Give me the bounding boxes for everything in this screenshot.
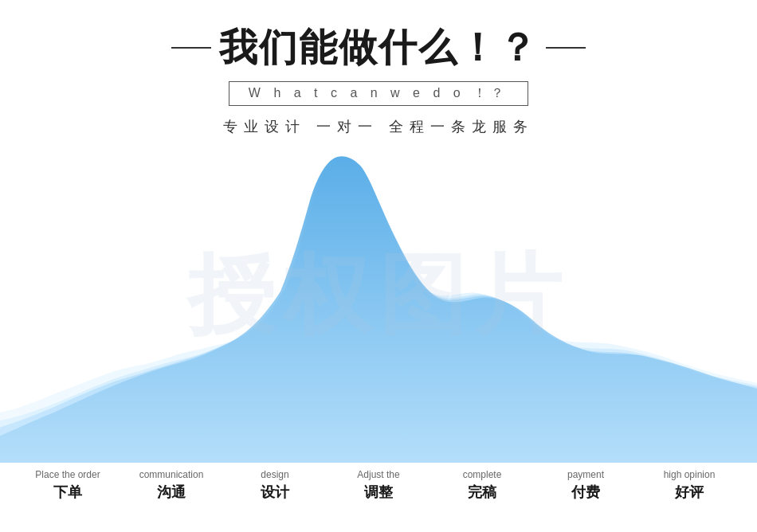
step-zh-5: 完稿 — [468, 483, 496, 502]
step-en-5: complete — [463, 469, 502, 480]
step-zh-3: 设计 — [261, 483, 289, 502]
main-title: 我们能做什么！？ — [219, 22, 538, 73]
header-section: 我们能做什么！？ W h a t c a n w e d o ！？ 专业设计 一… — [0, 0, 757, 136]
step-en-6: payment — [567, 469, 604, 480]
chart-area: 授权图片 — [0, 152, 757, 463]
step-2: communication沟通 — [127, 469, 215, 502]
description: 专业设计 一对一 全程一条龙服务 — [0, 117, 757, 136]
step-7: high opinion好评 — [645, 469, 733, 502]
step-en-1: Place the order — [35, 469, 100, 480]
step-zh-7: 好评 — [675, 483, 704, 502]
step-5: complete完稿 — [438, 469, 526, 502]
step-en-4: Adjust the — [357, 469, 399, 480]
subtitle-box: W h a t c a n w e d o ！？ — [229, 81, 528, 106]
wave-chart — [0, 152, 757, 463]
step-en-3: design — [261, 469, 288, 480]
step-zh-4: 调整 — [364, 483, 393, 502]
step-4: Adjust the调整 — [335, 469, 422, 502]
title-line-right — [546, 47, 586, 49]
step-1: Place the order下单 — [24, 469, 112, 502]
steps-row: Place the order下单communication沟通design设计… — [0, 469, 757, 502]
step-zh-1: 下单 — [53, 483, 82, 502]
step-6: payment付费 — [542, 469, 630, 502]
step-en-2: communication — [139, 469, 204, 480]
step-en-7: high opinion — [664, 469, 716, 480]
step-zh-6: 付费 — [571, 483, 600, 502]
title-line-left — [171, 47, 211, 49]
step-zh-2: 沟通 — [157, 483, 186, 502]
step-3: design设计 — [231, 469, 319, 502]
main-title-wrap: 我们能做什么！？ — [0, 22, 757, 73]
subtitle: W h a t c a n w e d o ！？ — [249, 86, 508, 100]
